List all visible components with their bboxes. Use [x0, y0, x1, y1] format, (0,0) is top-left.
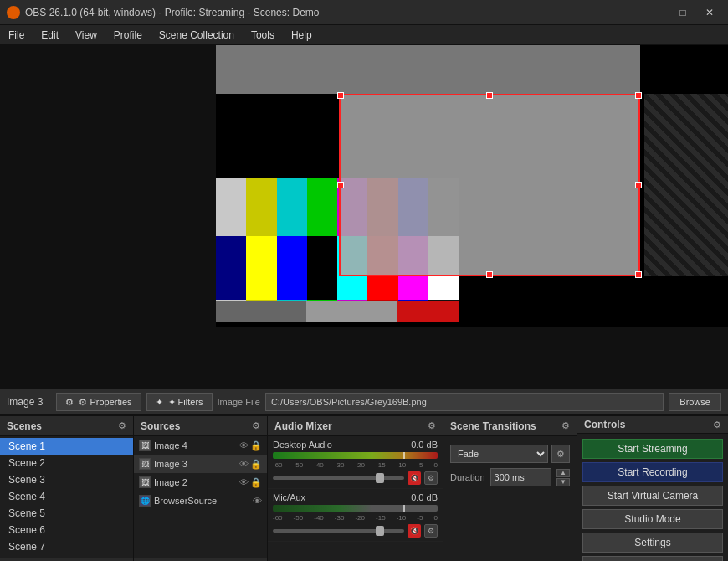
menu-profile[interactable]: Profile — [105, 25, 151, 45]
source-lock-image2[interactable]: 🔒 — [250, 477, 262, 488]
menu-tools[interactable]: Tools — [243, 25, 283, 45]
desktop-fader-row: 🔇 ⚙ — [273, 471, 438, 485]
scenes-footer: + − ↑ ↓ — [0, 558, 133, 561]
source-name-browser: BrowserSource — [154, 496, 249, 506]
mic-fader-row: 🔇 ⚙ — [273, 524, 438, 538]
image-file-label: Image File — [218, 397, 260, 407]
source-lock-image3[interactable]: 🔒 — [250, 459, 262, 470]
audio-panel-title: Audio Mixer — [274, 420, 332, 432]
source-lock-image4[interactable]: 🔒 — [250, 440, 262, 451]
scenes-panel-icon[interactable]: ⚙ — [118, 420, 126, 431]
handle-top-right[interactable] — [635, 92, 642, 99]
sources-panel: Sources ⚙ 🖼 Image 4 👁 🔒 🖼 Image 3 👁 🔒 — [134, 416, 268, 561]
mic-config-button[interactable]: ⚙ — [424, 524, 438, 538]
settings-button[interactable]: Settings — [582, 533, 723, 553]
browse-button[interactable]: Browse — [669, 393, 721, 411]
source-eye-image3[interactable]: 👁 — [239, 459, 249, 470]
bottom-panels: Scenes ⚙ Scene 1 Scene 2 Scene 3 Scene 4… — [0, 415, 728, 561]
transition-gear-button[interactable]: ⚙ — [551, 445, 570, 463]
mic-audio-db: 0.0 dB — [411, 492, 438, 502]
duration-input[interactable] — [490, 468, 551, 486]
menu-edit[interactable]: Edit — [33, 25, 67, 45]
desktop-audio-header: Desktop Audio 0.0 dB — [273, 440, 438, 450]
source-thumb-image3: 🖼 — [139, 458, 151, 470]
start-streaming-button[interactable]: Start Streaming — [582, 439, 723, 459]
start-virtual-camera-button[interactable]: Start Virtual Camera — [582, 486, 723, 506]
source-item-image4[interactable]: 🖼 Image 4 👁 🔒 — [134, 436, 267, 455]
mic-fader[interactable] — [273, 529, 404, 533]
source-name-image4: Image 4 — [154, 440, 236, 450]
close-button[interactable]: ✕ — [698, 5, 721, 20]
source-list: 🖼 Image 4 👁 🔒 🖼 Image 3 👁 🔒 🖼 Image 2 — [134, 436, 267, 558]
controls-panel-header: Controls ⚙ — [577, 416, 728, 434]
window-title: OBS 26.1.0 (64-bit, windows) - Profile: … — [25, 7, 644, 18]
scene-transitions-panel: Scene Transitions ⚙ Fade Cut Swipe Slide… — [443, 416, 577, 561]
scene-item-2[interactable]: Scene 2 — [0, 455, 133, 471]
desktop-audio-db: 0.0 dB — [411, 440, 438, 450]
scene-item-4[interactable]: Scene 4 — [0, 488, 133, 505]
start-recording-button[interactable]: Start Recording — [582, 462, 723, 482]
source-eye-browser[interactable]: 👁 — [253, 496, 262, 506]
audio-panel-icon[interactable]: ⚙ — [428, 420, 436, 431]
desktop-config-button[interactable]: ⚙ — [424, 471, 438, 485]
sources-panel-title: Sources — [141, 420, 180, 432]
source-item-image3[interactable]: 🖼 Image 3 👁 🔒 — [134, 455, 267, 473]
handle-bot-right[interactable] — [635, 271, 642, 278]
handle-mid-right[interactable] — [635, 182, 642, 188]
transitions-panel-title: Scene Transitions — [450, 420, 536, 432]
app-icon — [7, 6, 20, 19]
audio-panel-header: Audio Mixer ⚙ — [268, 416, 443, 436]
exit-button[interactable]: Exit — [582, 556, 723, 561]
source-name-image2: Image 2 — [154, 477, 236, 487]
filter-icon: ✦ — [156, 397, 163, 408]
scene-item-5[interactable]: Scene 5 — [0, 505, 133, 522]
red-strip — [397, 301, 459, 322]
menu-help[interactable]: Help — [283, 25, 320, 45]
window-controls: ─ □ ✕ — [644, 5, 721, 20]
duration-down-button[interactable]: ▼ — [556, 478, 570, 486]
desktop-mute-button[interactable]: 🔇 — [408, 471, 421, 485]
source-controls-browser: 👁 — [253, 496, 262, 506]
titlebar: OBS 26.1.0 (64-bit, windows) - Profile: … — [0, 0, 728, 25]
sources-panel-header: Sources ⚙ — [134, 416, 267, 436]
mic-vu-scale: -60-50-40-30-20-15-10-50 — [273, 514, 438, 522]
source-item-browser[interactable]: 🌐 BrowserSource 👁 — [134, 492, 267, 510]
source-eye-image4[interactable]: 👁 — [239, 440, 249, 451]
source-eye-image2[interactable]: 👁 — [239, 477, 249, 488]
source-controls-image3: 👁 🔒 — [239, 459, 262, 470]
handle-bot-mid[interactable] — [486, 271, 493, 278]
duration-up-button[interactable]: ▲ — [556, 469, 570, 477]
handle-top-left[interactable] — [337, 92, 344, 99]
handle-mid-left[interactable] — [337, 182, 344, 188]
sources-panel-icon[interactable]: ⚙ — [252, 420, 260, 431]
transitions-panel-icon[interactable]: ⚙ — [561, 420, 570, 431]
sources-footer: + − ⚙ ↑ ↓ — [134, 558, 267, 561]
scene-item-6[interactable]: Scene 6 — [0, 522, 133, 538]
desktop-vu-scale: -60-50-40-30-20-15-10-50 — [273, 461, 438, 469]
controls-panel-icon[interactable]: ⚙ — [713, 419, 721, 430]
menu-file[interactable]: File — [0, 25, 33, 45]
handle-top-mid[interactable] — [486, 92, 493, 99]
scene-item-3[interactable]: Scene 3 — [0, 471, 133, 488]
mic-mute-button[interactable]: 🔇 — [408, 524, 421, 538]
scene-item-7[interactable]: Scene 7 — [0, 538, 133, 555]
menu-scene-collection[interactable]: Scene Collection — [151, 25, 243, 45]
minimize-button[interactable]: ─ — [644, 5, 668, 20]
properties-button[interactable]: ⚙ ⚙ Properties — [56, 393, 141, 411]
studio-mode-button[interactable]: Studio Mode — [582, 509, 723, 529]
maximize-button[interactable]: □ — [671, 5, 695, 20]
duration-spinner: ▲ ▼ — [556, 469, 570, 486]
source-item-image2[interactable]: 🖼 Image 2 👁 🔒 — [134, 473, 267, 492]
transition-type-select[interactable]: Fade Cut Swipe Slide — [450, 445, 548, 463]
mic-fader-handle[interactable] — [376, 526, 384, 536]
controls-content: Start Streaming Start Recording Start Vi… — [577, 434, 728, 561]
controls-panel-title: Controls — [584, 419, 625, 430]
desktop-fader-handle[interactable] — [376, 473, 384, 483]
transition-type-row: Fade Cut Swipe Slide ⚙ — [443, 440, 577, 468]
file-path-input[interactable] — [265, 393, 664, 411]
scene-item-1[interactable]: Scene 1 — [0, 438, 133, 455]
filters-button[interactable]: ✦ ✦ Filters — [146, 393, 213, 411]
desktop-fader[interactable] — [273, 476, 404, 480]
source-thumb-browser: 🌐 — [139, 495, 151, 507]
menu-view[interactable]: View — [67, 25, 105, 45]
